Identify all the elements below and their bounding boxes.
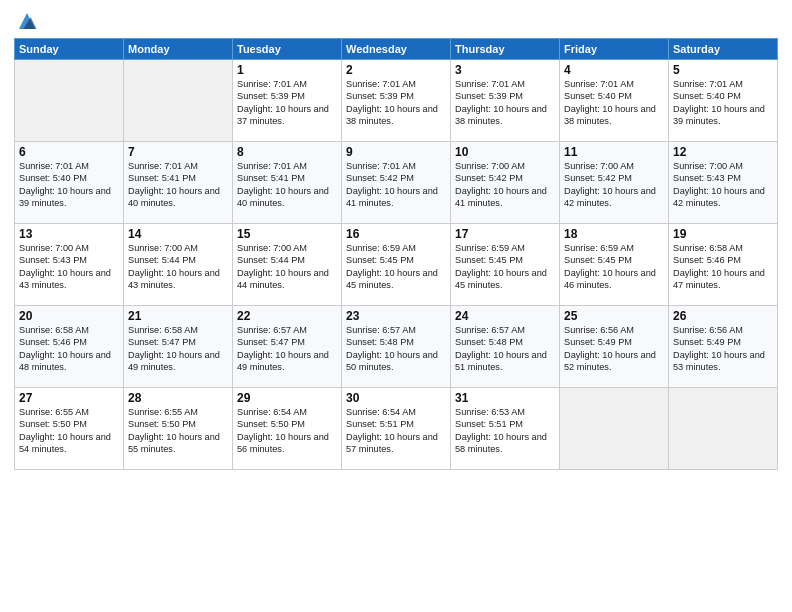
day-number: 30 bbox=[346, 391, 446, 405]
day-cell: 24 Sunrise: 6:57 AMSunset: 5:48 PMDaylig… bbox=[451, 306, 560, 388]
day-cell: 16 Sunrise: 6:59 AMSunset: 5:45 PMDaylig… bbox=[342, 224, 451, 306]
day-info: Sunrise: 7:00 AMSunset: 5:44 PMDaylight:… bbox=[128, 242, 228, 292]
day-number: 18 bbox=[564, 227, 664, 241]
day-cell bbox=[15, 60, 124, 142]
day-cell: 28 Sunrise: 6:55 AMSunset: 5:50 PMDaylig… bbox=[124, 388, 233, 470]
day-number: 23 bbox=[346, 309, 446, 323]
day-info: Sunrise: 7:00 AMSunset: 5:44 PMDaylight:… bbox=[237, 242, 337, 292]
day-cell: 11 Sunrise: 7:00 AMSunset: 5:42 PMDaylig… bbox=[560, 142, 669, 224]
day-number: 24 bbox=[455, 309, 555, 323]
day-number: 10 bbox=[455, 145, 555, 159]
day-info: Sunrise: 6:58 AMSunset: 5:46 PMDaylight:… bbox=[673, 242, 773, 292]
day-number: 21 bbox=[128, 309, 228, 323]
day-info: Sunrise: 7:01 AMSunset: 5:40 PMDaylight:… bbox=[673, 78, 773, 128]
logo-icon bbox=[16, 10, 38, 32]
day-cell: 30 Sunrise: 6:54 AMSunset: 5:51 PMDaylig… bbox=[342, 388, 451, 470]
day-number: 16 bbox=[346, 227, 446, 241]
day-cell: 25 Sunrise: 6:56 AMSunset: 5:49 PMDaylig… bbox=[560, 306, 669, 388]
day-cell: 29 Sunrise: 6:54 AMSunset: 5:50 PMDaylig… bbox=[233, 388, 342, 470]
day-number: 9 bbox=[346, 145, 446, 159]
day-info: Sunrise: 6:55 AMSunset: 5:50 PMDaylight:… bbox=[19, 406, 119, 456]
col-header-thursday: Thursday bbox=[451, 39, 560, 60]
day-info: Sunrise: 6:56 AMSunset: 5:49 PMDaylight:… bbox=[564, 324, 664, 374]
day-cell: 4 Sunrise: 7:01 AMSunset: 5:40 PMDayligh… bbox=[560, 60, 669, 142]
week-row-5: 27 Sunrise: 6:55 AMSunset: 5:50 PMDaylig… bbox=[15, 388, 778, 470]
day-number: 20 bbox=[19, 309, 119, 323]
day-info: Sunrise: 6:56 AMSunset: 5:49 PMDaylight:… bbox=[673, 324, 773, 374]
day-info: Sunrise: 7:00 AMSunset: 5:43 PMDaylight:… bbox=[673, 160, 773, 210]
col-header-sunday: Sunday bbox=[15, 39, 124, 60]
day-info: Sunrise: 6:58 AMSunset: 5:47 PMDaylight:… bbox=[128, 324, 228, 374]
day-number: 11 bbox=[564, 145, 664, 159]
day-info: Sunrise: 7:01 AMSunset: 5:40 PMDaylight:… bbox=[19, 160, 119, 210]
col-header-saturday: Saturday bbox=[669, 39, 778, 60]
day-cell: 27 Sunrise: 6:55 AMSunset: 5:50 PMDaylig… bbox=[15, 388, 124, 470]
day-cell: 5 Sunrise: 7:01 AMSunset: 5:40 PMDayligh… bbox=[669, 60, 778, 142]
day-cell: 17 Sunrise: 6:59 AMSunset: 5:45 PMDaylig… bbox=[451, 224, 560, 306]
day-info: Sunrise: 7:01 AMSunset: 5:41 PMDaylight:… bbox=[237, 160, 337, 210]
day-number: 25 bbox=[564, 309, 664, 323]
day-info: Sunrise: 6:57 AMSunset: 5:48 PMDaylight:… bbox=[455, 324, 555, 374]
day-number: 15 bbox=[237, 227, 337, 241]
logo bbox=[14, 10, 38, 32]
day-cell: 18 Sunrise: 6:59 AMSunset: 5:45 PMDaylig… bbox=[560, 224, 669, 306]
day-info: Sunrise: 7:01 AMSunset: 5:40 PMDaylight:… bbox=[564, 78, 664, 128]
day-info: Sunrise: 7:01 AMSunset: 5:39 PMDaylight:… bbox=[346, 78, 446, 128]
day-info: Sunrise: 6:57 AMSunset: 5:47 PMDaylight:… bbox=[237, 324, 337, 374]
day-number: 7 bbox=[128, 145, 228, 159]
day-cell: 19 Sunrise: 6:58 AMSunset: 5:46 PMDaylig… bbox=[669, 224, 778, 306]
day-info: Sunrise: 7:01 AMSunset: 5:39 PMDaylight:… bbox=[237, 78, 337, 128]
day-info: Sunrise: 6:55 AMSunset: 5:50 PMDaylight:… bbox=[128, 406, 228, 456]
day-number: 28 bbox=[128, 391, 228, 405]
day-cell: 26 Sunrise: 6:56 AMSunset: 5:49 PMDaylig… bbox=[669, 306, 778, 388]
day-number: 29 bbox=[237, 391, 337, 405]
day-info: Sunrise: 7:00 AMSunset: 5:42 PMDaylight:… bbox=[455, 160, 555, 210]
col-header-friday: Friday bbox=[560, 39, 669, 60]
day-number: 8 bbox=[237, 145, 337, 159]
day-cell: 2 Sunrise: 7:01 AMSunset: 5:39 PMDayligh… bbox=[342, 60, 451, 142]
col-header-tuesday: Tuesday bbox=[233, 39, 342, 60]
week-row-2: 6 Sunrise: 7:01 AMSunset: 5:40 PMDayligh… bbox=[15, 142, 778, 224]
header-row: SundayMondayTuesdayWednesdayThursdayFrid… bbox=[15, 39, 778, 60]
day-info: Sunrise: 6:54 AMSunset: 5:51 PMDaylight:… bbox=[346, 406, 446, 456]
day-number: 27 bbox=[19, 391, 119, 405]
day-info: Sunrise: 6:53 AMSunset: 5:51 PMDaylight:… bbox=[455, 406, 555, 456]
day-info: Sunrise: 6:59 AMSunset: 5:45 PMDaylight:… bbox=[346, 242, 446, 292]
day-number: 13 bbox=[19, 227, 119, 241]
day-cell: 3 Sunrise: 7:01 AMSunset: 5:39 PMDayligh… bbox=[451, 60, 560, 142]
day-number: 1 bbox=[237, 63, 337, 77]
col-header-wednesday: Wednesday bbox=[342, 39, 451, 60]
day-info: Sunrise: 6:54 AMSunset: 5:50 PMDaylight:… bbox=[237, 406, 337, 456]
day-cell bbox=[669, 388, 778, 470]
day-cell: 9 Sunrise: 7:01 AMSunset: 5:42 PMDayligh… bbox=[342, 142, 451, 224]
day-number: 17 bbox=[455, 227, 555, 241]
day-cell: 12 Sunrise: 7:00 AMSunset: 5:43 PMDaylig… bbox=[669, 142, 778, 224]
day-cell: 10 Sunrise: 7:00 AMSunset: 5:42 PMDaylig… bbox=[451, 142, 560, 224]
day-cell: 8 Sunrise: 7:01 AMSunset: 5:41 PMDayligh… bbox=[233, 142, 342, 224]
day-cell: 31 Sunrise: 6:53 AMSunset: 5:51 PMDaylig… bbox=[451, 388, 560, 470]
day-cell: 14 Sunrise: 7:00 AMSunset: 5:44 PMDaylig… bbox=[124, 224, 233, 306]
day-info: Sunrise: 7:01 AMSunset: 5:39 PMDaylight:… bbox=[455, 78, 555, 128]
calendar-table: SundayMondayTuesdayWednesdayThursdayFrid… bbox=[14, 38, 778, 470]
day-number: 3 bbox=[455, 63, 555, 77]
day-info: Sunrise: 7:01 AMSunset: 5:41 PMDaylight:… bbox=[128, 160, 228, 210]
day-cell: 23 Sunrise: 6:57 AMSunset: 5:48 PMDaylig… bbox=[342, 306, 451, 388]
day-info: Sunrise: 6:59 AMSunset: 5:45 PMDaylight:… bbox=[455, 242, 555, 292]
week-row-1: 1 Sunrise: 7:01 AMSunset: 5:39 PMDayligh… bbox=[15, 60, 778, 142]
day-cell: 22 Sunrise: 6:57 AMSunset: 5:47 PMDaylig… bbox=[233, 306, 342, 388]
day-number: 12 bbox=[673, 145, 773, 159]
day-info: Sunrise: 6:58 AMSunset: 5:46 PMDaylight:… bbox=[19, 324, 119, 374]
day-cell: 15 Sunrise: 7:00 AMSunset: 5:44 PMDaylig… bbox=[233, 224, 342, 306]
day-cell: 20 Sunrise: 6:58 AMSunset: 5:46 PMDaylig… bbox=[15, 306, 124, 388]
week-row-4: 20 Sunrise: 6:58 AMSunset: 5:46 PMDaylig… bbox=[15, 306, 778, 388]
day-number: 2 bbox=[346, 63, 446, 77]
day-number: 22 bbox=[237, 309, 337, 323]
day-cell bbox=[560, 388, 669, 470]
day-number: 26 bbox=[673, 309, 773, 323]
day-number: 14 bbox=[128, 227, 228, 241]
day-number: 19 bbox=[673, 227, 773, 241]
week-row-3: 13 Sunrise: 7:00 AMSunset: 5:43 PMDaylig… bbox=[15, 224, 778, 306]
day-cell: 1 Sunrise: 7:01 AMSunset: 5:39 PMDayligh… bbox=[233, 60, 342, 142]
day-cell: 7 Sunrise: 7:01 AMSunset: 5:41 PMDayligh… bbox=[124, 142, 233, 224]
col-header-monday: Monday bbox=[124, 39, 233, 60]
